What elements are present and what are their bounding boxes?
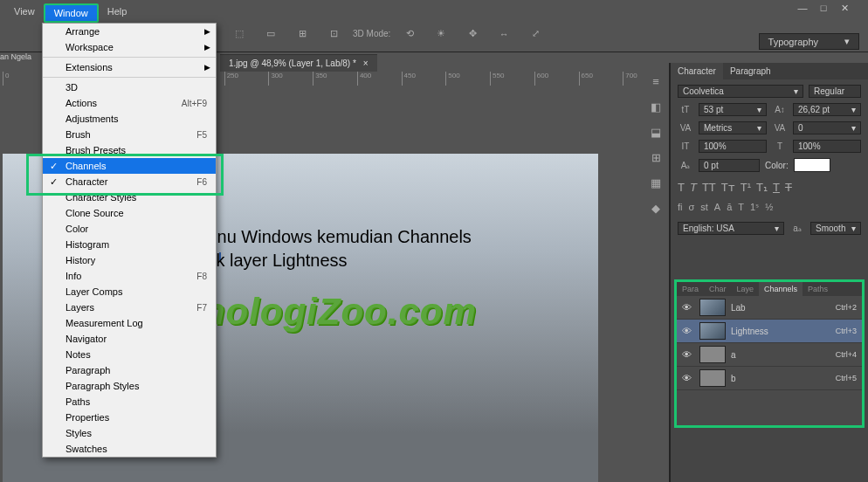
menubar: View Window Help <box>5 3 135 23</box>
chevron-down-icon: ▾ <box>844 36 850 47</box>
typography-dropdown[interactable]: Typography▾ <box>759 33 859 50</box>
tab-close-icon[interactable]: × <box>363 59 369 68</box>
menu-item-layer-comps[interactable]: Layer Comps <box>43 284 216 300</box>
menu-item-styles[interactable]: Styles <box>43 425 216 441</box>
tool-icon[interactable]: ⬚ <box>227 22 251 46</box>
visibility-icon[interactable]: 👁 <box>682 373 694 383</box>
pan-icon[interactable]: ✥ <box>460 22 485 46</box>
menu-item-swatches[interactable]: Swatches <box>43 441 216 457</box>
panel-icon[interactable]: ▦ <box>651 176 661 189</box>
tool-icon[interactable]: ⊞ <box>290 22 314 46</box>
superscript-button[interactable]: T¹ <box>741 181 751 194</box>
menu-item-actions[interactable]: ActionsAlt+F9 <box>43 95 216 111</box>
tab-paragraph[interactable]: Para <box>677 282 704 296</box>
panel-icon[interactable]: ⊞ <box>651 151 661 164</box>
allcaps-button[interactable]: TT <box>702 181 716 194</box>
vscale-field[interactable]: 100% <box>699 140 767 153</box>
leading-field[interactable]: 26,62 pt▾ <box>793 103 861 116</box>
panel-icon[interactable]: ⬓ <box>651 126 661 139</box>
panel-icon[interactable]: ≡ <box>652 75 659 88</box>
baseline-icon: Aₐ <box>678 161 693 170</box>
visibility-icon[interactable]: 👁 <box>682 326 694 336</box>
menu-item-clone-source[interactable]: Clone Source <box>43 205 216 221</box>
close-icon[interactable]: ✕ <box>838 2 851 14</box>
tab-layers[interactable]: Laye <box>732 282 760 296</box>
menu-item-properties[interactable]: Properties <box>43 410 216 425</box>
menu-item-color[interactable]: Color <box>43 221 216 237</box>
menu-item-paths[interactable]: Paths <box>43 394 216 410</box>
leading-icon: A↕ <box>772 105 788 114</box>
channel-row-b[interactable]: 👁bCtrl+5 <box>677 367 862 390</box>
menu-view[interactable]: View <box>5 3 44 23</box>
tool-icon[interactable]: ⊡ <box>321 22 346 46</box>
channel-thumbnail <box>699 299 726 316</box>
menu-item-histogram[interactable]: Histogram <box>43 237 216 252</box>
font-size-field[interactable]: 53 pt▾ <box>699 103 767 116</box>
visibility-icon[interactable]: 👁 <box>682 302 694 313</box>
font-style-dropdown[interactable]: Regular <box>809 85 861 98</box>
antialias-dropdown[interactable]: Smooth▾ <box>810 222 861 235</box>
slide-icon[interactable]: ↔ <box>492 22 516 46</box>
menu-item-arrange[interactable]: Arrange▶ <box>43 24 216 39</box>
aa-icon: aₐ <box>789 224 805 233</box>
tracking-field[interactable]: 0▾ <box>793 121 861 134</box>
collapsed-panel-icons: ≡ ◧ ⬓ ⊞ ▦ ◆ <box>643 70 669 215</box>
tab-channels[interactable]: Channels <box>759 282 803 296</box>
menu-help[interactable]: Help <box>99 3 136 23</box>
menu-item-navigator[interactable]: Navigator <box>43 331 216 347</box>
channel-thumbnail <box>699 322 726 340</box>
menu-item-extensions[interactable]: Extensions▶ <box>43 59 216 75</box>
menu-window[interactable]: Window <box>44 3 99 23</box>
maximize-icon[interactable]: □ <box>817 2 830 14</box>
document-tab[interactable]: 1.jpg @ 48,9% (Layer 1, Lab/8) * × <box>220 54 377 72</box>
bold-button[interactable]: T <box>678 181 685 194</box>
hscale-field[interactable]: 100% <box>793 140 861 153</box>
visibility-icon[interactable]: 👁 <box>682 349 694 360</box>
font-family-dropdown[interactable]: Coolvetica▾ <box>678 85 803 98</box>
kerning-icon: VA <box>678 123 693 133</box>
menu-item-workspace[interactable]: Workspace▶ <box>43 39 216 55</box>
size-icon: tT <box>678 105 693 114</box>
channel-row-a[interactable]: 👁aCtrl+4 <box>677 343 862 367</box>
minimize-icon[interactable]: — <box>796 2 809 14</box>
underline-button[interactable]: T <box>773 181 780 194</box>
channel-row-lab[interactable]: 👁LabCtrl+2 <box>677 296 862 320</box>
language-dropdown[interactable]: English: USA▾ <box>678 222 784 235</box>
text-style-buttons: T T TT Tᴛ T¹ T₁ T T <box>678 181 861 194</box>
scale-icon[interactable]: ⤢ <box>523 22 548 46</box>
tab-paragraph[interactable]: Paragraph <box>723 63 778 79</box>
smallcaps-button[interactable]: Tᴛ <box>721 181 735 194</box>
menu-item-measurement-log[interactable]: Measurement Log <box>43 315 216 331</box>
tab-paths[interactable]: Paths <box>803 282 833 296</box>
menu-item-brush[interactable]: BrushF5 <box>43 127 216 142</box>
menu-item-paragraph[interactable]: Paragraph <box>43 362 216 378</box>
menu-item-character[interactable]: ✓CharacterF6 <box>43 174 216 189</box>
menu-item-layers[interactable]: LayersF7 <box>43 300 216 315</box>
menu-item-history[interactable]: History <box>43 252 216 268</box>
tab-character[interactable]: Character <box>671 63 723 79</box>
subscript-button[interactable]: T₁ <box>756 181 768 194</box>
window-menu-dropdown: Arrange▶Workspace▶Extensions▶3DActionsAl… <box>42 23 217 458</box>
character-panel: Character Paragraph Coolvetica▾ Regular … <box>671 63 868 240</box>
menu-item-paragraph-styles[interactable]: Paragraph Styles <box>43 378 216 394</box>
baseline-field[interactable]: 0 pt <box>699 159 760 172</box>
menu-item-info[interactable]: InfoF8 <box>43 268 216 284</box>
menu-item-brush-presets[interactable]: Brush Presets <box>43 142 216 158</box>
tab-character[interactable]: Char <box>704 282 732 296</box>
menu-item-notes[interactable]: Notes <box>43 347 216 362</box>
tool-icon[interactable]: ▭ <box>258 22 283 46</box>
kerning-field[interactable]: Metrics▾ <box>699 121 767 134</box>
light-icon[interactable]: ☀ <box>429 22 453 46</box>
strike-button[interactable]: T <box>785 181 792 194</box>
italic-button[interactable]: T <box>690 181 697 194</box>
panel-icon[interactable]: ◆ <box>651 202 660 215</box>
orbit-icon[interactable]: ⟲ <box>397 22 422 46</box>
menu-item-channels[interactable]: ✓Channels <box>43 158 216 174</box>
channel-row-lightness[interactable]: 👁LightnessCtrl+3 <box>677 320 862 343</box>
menu-item-adjustments[interactable]: Adjustments <box>43 111 216 127</box>
menu-item-character-styles[interactable]: Character Styles <box>43 189 216 205</box>
panel-icon[interactable]: ◧ <box>651 100 661 114</box>
color-swatch[interactable] <box>794 158 830 172</box>
menu-item-3d[interactable]: 3D <box>43 79 216 95</box>
color-label: Color: <box>765 161 789 170</box>
